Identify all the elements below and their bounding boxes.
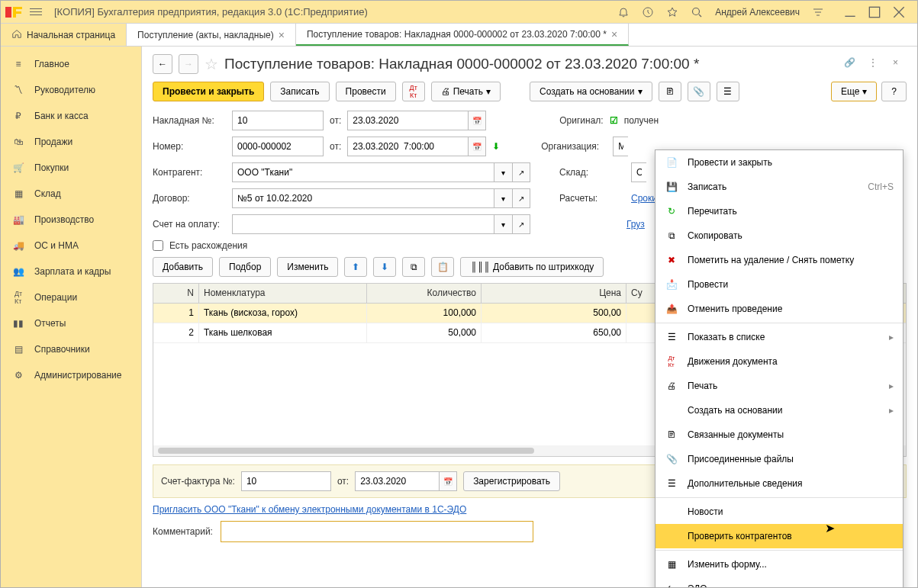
- pay-acct-input[interactable]: [232, 214, 494, 234]
- col-n[interactable]: N: [153, 284, 199, 303]
- menu-check-contragents[interactable]: Проверить контрагентов: [655, 524, 903, 548]
- nav-fwd-button[interactable]: →: [179, 54, 198, 74]
- invite-edo-link[interactable]: Пригласить ООО "Ткани" к обмену электрон…: [153, 504, 466, 515]
- close-panel-icon[interactable]: ×: [893, 57, 907, 71]
- number-date-input[interactable]: [347, 137, 468, 156]
- current-user[interactable]: Андрей Алексеевич: [715, 7, 800, 18]
- sidebar-item-assets[interactable]: 🚚ОС и НМА: [1, 233, 141, 259]
- sidebar-item-refs[interactable]: ▤Справочники: [1, 336, 141, 362]
- open-icon[interactable]: ↗: [512, 214, 530, 234]
- history-icon[interactable]: [642, 6, 654, 18]
- shipper-link[interactable]: Груз: [626, 219, 645, 230]
- dtkt-button[interactable]: ДтКт: [402, 82, 425, 101]
- menu-unpost[interactable]: 📤Отменить проведение: [655, 297, 903, 321]
- col-qty[interactable]: Количество: [367, 284, 482, 303]
- col-price[interactable]: Цена: [482, 284, 626, 303]
- star-icon[interactable]: [666, 6, 678, 18]
- contragent-input[interactable]: [232, 162, 494, 182]
- menu-attached[interactable]: 📎Присоединенные файлы: [655, 447, 903, 471]
- sidebar-item-purchases[interactable]: 🛒Покупки: [1, 155, 141, 181]
- menu-print[interactable]: 🖨Печать▸: [655, 374, 903, 398]
- open-icon[interactable]: ↗: [512, 188, 530, 208]
- comment-input[interactable]: [221, 521, 533, 542]
- add-row-button[interactable]: Добавить: [153, 257, 213, 277]
- sidebar-item-bank[interactable]: ₽Банк и касса: [1, 103, 141, 129]
- sidebar-item-payroll[interactable]: 👥Зарплата и кадры: [1, 259, 141, 284]
- sidebar-item-reports[interactable]: ▮▮Отчеты: [1, 310, 141, 336]
- help-button[interactable]: ?: [881, 82, 907, 101]
- pick-button[interactable]: Подбор: [219, 257, 271, 277]
- menu-change-form[interactable]: ▦Изменить форму...: [655, 552, 903, 577]
- favorite-star-icon[interactable]: ☆: [205, 55, 218, 73]
- menu-create-based[interactable]: Создать на основании▸: [655, 398, 903, 423]
- nav-back-button[interactable]: ←: [153, 54, 172, 74]
- sidebar-item-manager[interactable]: 〽Руководителю: [1, 77, 141, 103]
- warehouse-input[interactable]: [631, 162, 646, 182]
- register-button[interactable]: Зарегистрировать: [463, 471, 560, 491]
- tab-current-doc[interactable]: Поступление товаров: Накладная 0000-0000…: [296, 24, 629, 46]
- filter-icon[interactable]: [812, 6, 824, 18]
- extra-info-icon[interactable]: ☰: [717, 82, 739, 101]
- main-menu-icon[interactable]: [30, 5, 45, 20]
- sidebar-item-sales[interactable]: 🛍Продажи: [1, 129, 141, 155]
- close-icon[interactable]: [893, 6, 905, 18]
- select-icon[interactable]: ▾: [494, 162, 512, 182]
- org-input[interactable]: [613, 137, 628, 156]
- col-nomenclature[interactable]: Номенклатура: [199, 284, 367, 303]
- menu-reread[interactable]: ↻Перечитать: [655, 199, 903, 223]
- number-input[interactable]: [232, 137, 324, 156]
- print-button[interactable]: 🖨Печать▾: [431, 82, 501, 101]
- sidebar-item-production[interactable]: 🏭Производство: [1, 207, 141, 233]
- sf-date-input[interactable]: [355, 471, 439, 491]
- post-and-close-button[interactable]: Провести и закрыть: [153, 82, 264, 101]
- menu-extra-info[interactable]: ☰Дополнительные сведения: [655, 471, 903, 496]
- select-icon[interactable]: ▾: [494, 214, 512, 234]
- post-button[interactable]: Провести: [336, 82, 396, 101]
- contract-input[interactable]: [232, 188, 494, 208]
- menu-post[interactable]: 📩Провести: [655, 272, 903, 297]
- more-button[interactable]: Еще▾: [831, 82, 877, 101]
- menu-post-close[interactable]: 📄Провести и закрыть: [655, 150, 903, 175]
- bell-icon[interactable]: [617, 6, 630, 18]
- menu-show-in-list[interactable]: ☰Показать в списке▸: [655, 325, 903, 349]
- tab-receipts[interactable]: Поступление (акты, накладные) ×: [127, 24, 296, 46]
- menu-write[interactable]: 💾ЗаписатьCtrl+S: [655, 175, 903, 199]
- sidebar-item-operations[interactable]: ДтКтОперации: [1, 284, 141, 310]
- sidebar-item-admin[interactable]: ⚙Администрирование: [1, 362, 141, 388]
- related-docs-icon[interactable]: 🖹: [659, 82, 681, 101]
- tab-close-icon[interactable]: ×: [611, 28, 617, 40]
- paste-icon[interactable]: 📋: [431, 257, 454, 277]
- open-icon[interactable]: ↗: [512, 162, 530, 182]
- sidebar-item-main[interactable]: ≡Главное: [1, 51, 141, 77]
- move-down-icon[interactable]: ⬇: [373, 257, 396, 277]
- calendar-icon[interactable]: 📅: [439, 471, 457, 491]
- maximize-icon[interactable]: [868, 6, 881, 18]
- invoice-date-input[interactable]: [347, 111, 468, 130]
- menu-related[interactable]: 🖹Связанные документы: [655, 423, 903, 447]
- edit-row-button[interactable]: Изменить: [277, 257, 338, 277]
- sidebar-item-warehouse[interactable]: ▦Склад: [1, 181, 141, 207]
- menu-edo[interactable]: ⇆ЭДО▸: [655, 577, 903, 587]
- minimize-icon[interactable]: [844, 6, 856, 18]
- barcode-button[interactable]: ║║║Добавить по штрихкоду: [460, 257, 604, 277]
- search-icon[interactable]: [691, 6, 703, 18]
- invoice-no-input[interactable]: [232, 111, 324, 130]
- select-icon[interactable]: ▾: [494, 188, 512, 208]
- menu-mark-delete[interactable]: ✖Пометить на удаление / Снять пометку: [655, 248, 903, 272]
- menu-movements[interactable]: ДтКтДвижения документа: [655, 349, 903, 374]
- move-up-icon[interactable]: ⬆: [344, 257, 367, 277]
- sf-no-input[interactable]: [241, 471, 331, 491]
- tab-close-icon[interactable]: ×: [279, 29, 285, 41]
- kebab-icon[interactable]: ⋮: [868, 57, 882, 71]
- menu-copy[interactable]: ⧉Скопировать: [655, 223, 903, 248]
- calc-link[interactable]: Сроки: [631, 193, 657, 204]
- write-button[interactable]: Записать: [270, 82, 329, 101]
- calendar-icon[interactable]: 📅: [468, 111, 486, 130]
- create-based-button[interactable]: Создать на основании▾: [530, 82, 652, 101]
- checkbox-received[interactable]: ☑: [610, 115, 618, 126]
- copy-icon[interactable]: ⧉: [402, 257, 425, 277]
- attach-icon[interactable]: 📎: [688, 82, 710, 101]
- menu-news[interactable]: Новости: [655, 500, 903, 524]
- tab-home[interactable]: Начальная страница: [1, 24, 127, 46]
- calendar-icon[interactable]: 📅: [468, 137, 486, 156]
